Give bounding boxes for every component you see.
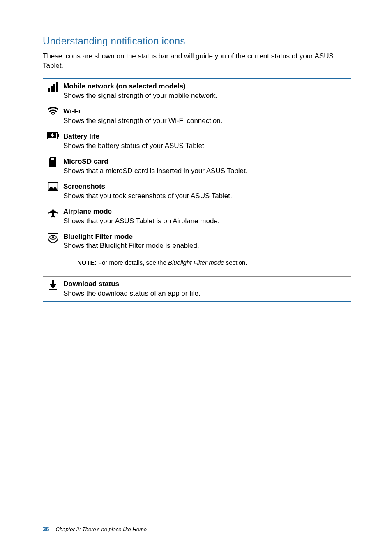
row-title: Battery life xyxy=(63,132,351,141)
signal-bars-icon xyxy=(47,82,59,92)
wifi-icon xyxy=(48,107,58,115)
svg-rect-3 xyxy=(56,82,58,92)
row-desc: Shows that a microSD card is inserted in… xyxy=(63,166,351,176)
row-desc: Shows the signal strength of your mobile… xyxy=(63,91,351,101)
svg-marker-17 xyxy=(50,284,56,289)
svg-rect-18 xyxy=(49,289,57,290)
row-title: Download status xyxy=(63,280,351,289)
row-title: Screenshots xyxy=(63,182,351,192)
note-pre: For more details, see the xyxy=(97,259,168,266)
svg-rect-9 xyxy=(51,158,52,160)
intro-text: These icons are shown on the status bar … xyxy=(43,52,351,71)
table-row: Bluelight Filter mode Shows that Bluelig… xyxy=(43,229,351,276)
svg-rect-2 xyxy=(53,84,55,92)
svg-rect-12 xyxy=(55,158,55,160)
row-desc: Shows that your ASUS Tablet is on Airpla… xyxy=(63,217,351,226)
note-italic: Bluelight Filter mode xyxy=(168,259,224,266)
table-row: Mobile network (on selected models) Show… xyxy=(43,79,351,104)
row-desc: Shows the download status of an app or f… xyxy=(63,289,351,298)
table-row: Battery life Shows the battery status of… xyxy=(43,129,351,154)
svg-rect-16 xyxy=(52,280,54,284)
battery-icon xyxy=(47,132,59,139)
eye-shield-icon xyxy=(47,232,59,243)
microsd-icon xyxy=(49,157,57,167)
note-block: NOTE: For more details, see the Blueligh… xyxy=(77,256,351,270)
note-label: NOTE: xyxy=(77,259,97,266)
row-desc: Shows that you took screenshots of your … xyxy=(63,192,351,201)
screenshot-icon xyxy=(48,182,58,191)
svg-point-15 xyxy=(52,236,54,238)
svg-rect-10 xyxy=(52,158,53,160)
chapter-label: Chapter 2: There's no place like Home xyxy=(56,526,147,533)
notification-icons-table: Mobile network (on selected models) Show… xyxy=(43,78,351,302)
table-row: Download status Shows the download statu… xyxy=(43,276,351,301)
svg-rect-6 xyxy=(58,134,59,137)
row-title: Airplane mode xyxy=(63,207,351,217)
row-title: Mobile network (on selected models) xyxy=(63,82,351,91)
section-heading: Understanding notification icons xyxy=(43,35,351,48)
row-desc: Shows the signal strength of your Wi-Fi … xyxy=(63,116,351,126)
svg-rect-0 xyxy=(48,88,50,92)
row-desc: Shows the battery status of your ASUS Ta… xyxy=(63,141,351,151)
svg-rect-1 xyxy=(51,86,53,92)
svg-rect-11 xyxy=(53,158,54,160)
table-row: MicroSD card Shows that a microSD card i… xyxy=(43,154,351,179)
row-title: MicroSD card xyxy=(63,157,351,166)
table-row: Wi-Fi Shows the signal strength of your … xyxy=(43,104,351,129)
note-post: section. xyxy=(224,259,247,266)
page-footer: 36 Chapter 2: There's no place like Home xyxy=(43,525,147,533)
airplane-icon xyxy=(48,207,58,218)
page-number: 36 xyxy=(43,525,49,533)
row-desc: Shows that Bluelight Filter mode is enab… xyxy=(63,241,351,251)
row-title: Bluelight Filter mode xyxy=(63,232,351,242)
download-icon xyxy=(48,280,58,290)
table-row: Screenshots Shows that you took screensh… xyxy=(43,179,351,204)
row-title: Wi-Fi xyxy=(63,107,351,116)
svg-point-4 xyxy=(52,114,53,115)
table-row: Airplane mode Shows that your ASUS Table… xyxy=(43,204,351,229)
